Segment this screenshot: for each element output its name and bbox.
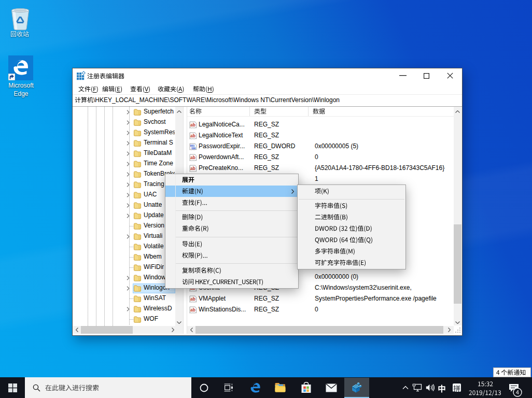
svg-text:110: 110 bbox=[191, 147, 195, 150]
svg-text:ab: ab bbox=[190, 307, 195, 312]
svg-text:ab: ab bbox=[190, 165, 195, 170]
svg-text:ab: ab bbox=[190, 133, 195, 138]
svg-text:ab: ab bbox=[190, 122, 195, 127]
svg-text:ab: ab bbox=[190, 154, 195, 160]
svg-text:ab: ab bbox=[190, 296, 195, 301]
